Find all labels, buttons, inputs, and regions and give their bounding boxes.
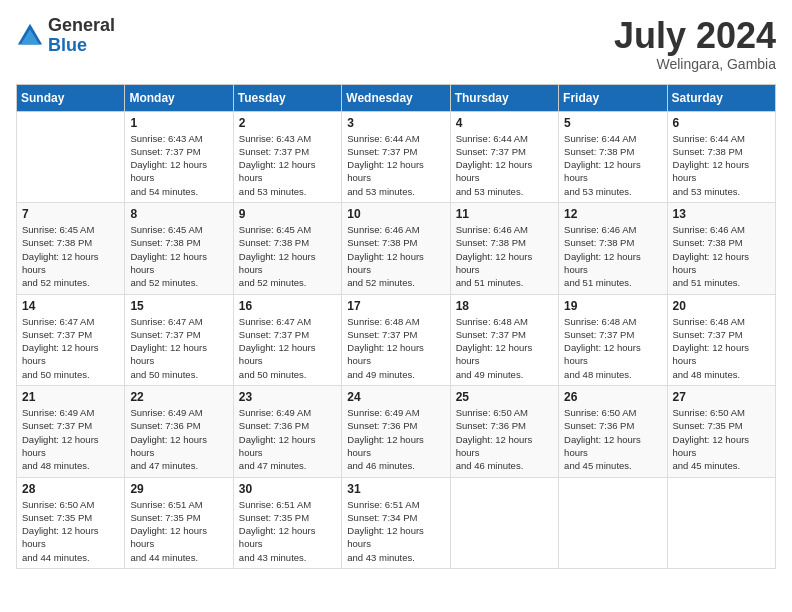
calendar-cell [559, 477, 667, 568]
calendar-cell [450, 477, 558, 568]
day-info: Sunrise: 6:48 AMSunset: 7:37 PMDaylight:… [673, 315, 770, 381]
calendar-cell [667, 477, 775, 568]
calendar-cell: 12Sunrise: 6:46 AMSunset: 7:38 PMDayligh… [559, 203, 667, 294]
day-number: 5 [564, 116, 661, 130]
calendar-cell: 30Sunrise: 6:51 AMSunset: 7:35 PMDayligh… [233, 477, 341, 568]
header-thursday: Thursday [450, 84, 558, 111]
day-number: 13 [673, 207, 770, 221]
calendar-cell: 15Sunrise: 6:47 AMSunset: 7:37 PMDayligh… [125, 294, 233, 385]
day-number: 23 [239, 390, 336, 404]
day-number: 9 [239, 207, 336, 221]
title-area: July 2024 Welingara, Gambia [614, 16, 776, 72]
calendar-cell: 6Sunrise: 6:44 AMSunset: 7:38 PMDaylight… [667, 111, 775, 202]
logo: General Blue [16, 16, 115, 56]
calendar-cell: 5Sunrise: 6:44 AMSunset: 7:38 PMDaylight… [559, 111, 667, 202]
calendar-cell: 25Sunrise: 6:50 AMSunset: 7:36 PMDayligh… [450, 386, 558, 477]
day-number: 4 [456, 116, 553, 130]
calendar-cell: 8Sunrise: 6:45 AMSunset: 7:38 PMDaylight… [125, 203, 233, 294]
calendar-cell: 3Sunrise: 6:44 AMSunset: 7:37 PMDaylight… [342, 111, 450, 202]
calendar-cell: 28Sunrise: 6:50 AMSunset: 7:35 PMDayligh… [17, 477, 125, 568]
day-info: Sunrise: 6:47 AMSunset: 7:37 PMDaylight:… [239, 315, 336, 381]
day-info: Sunrise: 6:49 AMSunset: 7:36 PMDaylight:… [239, 406, 336, 472]
header-tuesday: Tuesday [233, 84, 341, 111]
day-number: 7 [22, 207, 119, 221]
day-number: 30 [239, 482, 336, 496]
day-info: Sunrise: 6:48 AMSunset: 7:37 PMDaylight:… [347, 315, 444, 381]
location-subtitle: Welingara, Gambia [614, 56, 776, 72]
day-number: 15 [130, 299, 227, 313]
day-info: Sunrise: 6:48 AMSunset: 7:37 PMDaylight:… [456, 315, 553, 381]
day-number: 3 [347, 116, 444, 130]
calendar-cell: 23Sunrise: 6:49 AMSunset: 7:36 PMDayligh… [233, 386, 341, 477]
calendar-cell: 21Sunrise: 6:49 AMSunset: 7:37 PMDayligh… [17, 386, 125, 477]
day-info: Sunrise: 6:51 AMSunset: 7:35 PMDaylight:… [130, 498, 227, 564]
calendar-cell: 24Sunrise: 6:49 AMSunset: 7:36 PMDayligh… [342, 386, 450, 477]
day-info: Sunrise: 6:46 AMSunset: 7:38 PMDaylight:… [673, 223, 770, 289]
day-info: Sunrise: 6:49 AMSunset: 7:36 PMDaylight:… [130, 406, 227, 472]
calendar-cell: 20Sunrise: 6:48 AMSunset: 7:37 PMDayligh… [667, 294, 775, 385]
logo-general-text: General [48, 16, 115, 36]
calendar-cell: 4Sunrise: 6:44 AMSunset: 7:37 PMDaylight… [450, 111, 558, 202]
day-info: Sunrise: 6:43 AMSunset: 7:37 PMDaylight:… [239, 132, 336, 198]
day-number: 17 [347, 299, 444, 313]
header-sunday: Sunday [17, 84, 125, 111]
header-saturday: Saturday [667, 84, 775, 111]
calendar-cell: 18Sunrise: 6:48 AMSunset: 7:37 PMDayligh… [450, 294, 558, 385]
page-header: General Blue July 2024 Welingara, Gambia [16, 16, 776, 72]
day-info: Sunrise: 6:46 AMSunset: 7:38 PMDaylight:… [564, 223, 661, 289]
day-info: Sunrise: 6:50 AMSunset: 7:35 PMDaylight:… [673, 406, 770, 472]
day-number: 12 [564, 207, 661, 221]
calendar-cell: 2Sunrise: 6:43 AMSunset: 7:37 PMDaylight… [233, 111, 341, 202]
calendar-cell: 13Sunrise: 6:46 AMSunset: 7:38 PMDayligh… [667, 203, 775, 294]
day-info: Sunrise: 6:50 AMSunset: 7:35 PMDaylight:… [22, 498, 119, 564]
day-number: 8 [130, 207, 227, 221]
calendar-table: SundayMondayTuesdayWednesdayThursdayFrid… [16, 84, 776, 569]
day-info: Sunrise: 6:44 AMSunset: 7:37 PMDaylight:… [347, 132, 444, 198]
day-number: 29 [130, 482, 227, 496]
calendar-cell: 16Sunrise: 6:47 AMSunset: 7:37 PMDayligh… [233, 294, 341, 385]
day-number: 27 [673, 390, 770, 404]
logo-icon [16, 22, 44, 50]
day-info: Sunrise: 6:49 AMSunset: 7:36 PMDaylight:… [347, 406, 444, 472]
day-number: 25 [456, 390, 553, 404]
day-info: Sunrise: 6:43 AMSunset: 7:37 PMDaylight:… [130, 132, 227, 198]
header-row: SundayMondayTuesdayWednesdayThursdayFrid… [17, 84, 776, 111]
day-info: Sunrise: 6:46 AMSunset: 7:38 PMDaylight:… [456, 223, 553, 289]
day-number: 11 [456, 207, 553, 221]
header-friday: Friday [559, 84, 667, 111]
day-info: Sunrise: 6:48 AMSunset: 7:37 PMDaylight:… [564, 315, 661, 381]
calendar-cell: 9Sunrise: 6:45 AMSunset: 7:38 PMDaylight… [233, 203, 341, 294]
day-info: Sunrise: 6:50 AMSunset: 7:36 PMDaylight:… [456, 406, 553, 472]
week-row-4: 21Sunrise: 6:49 AMSunset: 7:37 PMDayligh… [17, 386, 776, 477]
calendar-cell [17, 111, 125, 202]
day-number: 20 [673, 299, 770, 313]
week-row-5: 28Sunrise: 6:50 AMSunset: 7:35 PMDayligh… [17, 477, 776, 568]
calendar-cell: 31Sunrise: 6:51 AMSunset: 7:34 PMDayligh… [342, 477, 450, 568]
day-number: 28 [22, 482, 119, 496]
calendar-cell: 1Sunrise: 6:43 AMSunset: 7:37 PMDaylight… [125, 111, 233, 202]
day-number: 6 [673, 116, 770, 130]
day-info: Sunrise: 6:45 AMSunset: 7:38 PMDaylight:… [22, 223, 119, 289]
calendar-cell: 26Sunrise: 6:50 AMSunset: 7:36 PMDayligh… [559, 386, 667, 477]
day-number: 2 [239, 116, 336, 130]
day-number: 26 [564, 390, 661, 404]
month-title: July 2024 [614, 16, 776, 56]
day-number: 19 [564, 299, 661, 313]
day-number: 24 [347, 390, 444, 404]
day-info: Sunrise: 6:45 AMSunset: 7:38 PMDaylight:… [239, 223, 336, 289]
day-info: Sunrise: 6:46 AMSunset: 7:38 PMDaylight:… [347, 223, 444, 289]
logo-blue-text: Blue [48, 36, 115, 56]
day-info: Sunrise: 6:44 AMSunset: 7:38 PMDaylight:… [564, 132, 661, 198]
week-row-3: 14Sunrise: 6:47 AMSunset: 7:37 PMDayligh… [17, 294, 776, 385]
day-info: Sunrise: 6:44 AMSunset: 7:38 PMDaylight:… [673, 132, 770, 198]
calendar-cell: 27Sunrise: 6:50 AMSunset: 7:35 PMDayligh… [667, 386, 775, 477]
day-info: Sunrise: 6:50 AMSunset: 7:36 PMDaylight:… [564, 406, 661, 472]
day-info: Sunrise: 6:44 AMSunset: 7:37 PMDaylight:… [456, 132, 553, 198]
calendar-cell: 22Sunrise: 6:49 AMSunset: 7:36 PMDayligh… [125, 386, 233, 477]
calendar-cell: 14Sunrise: 6:47 AMSunset: 7:37 PMDayligh… [17, 294, 125, 385]
day-info: Sunrise: 6:47 AMSunset: 7:37 PMDaylight:… [130, 315, 227, 381]
day-info: Sunrise: 6:51 AMSunset: 7:34 PMDaylight:… [347, 498, 444, 564]
calendar-cell: 11Sunrise: 6:46 AMSunset: 7:38 PMDayligh… [450, 203, 558, 294]
day-number: 16 [239, 299, 336, 313]
day-number: 1 [130, 116, 227, 130]
